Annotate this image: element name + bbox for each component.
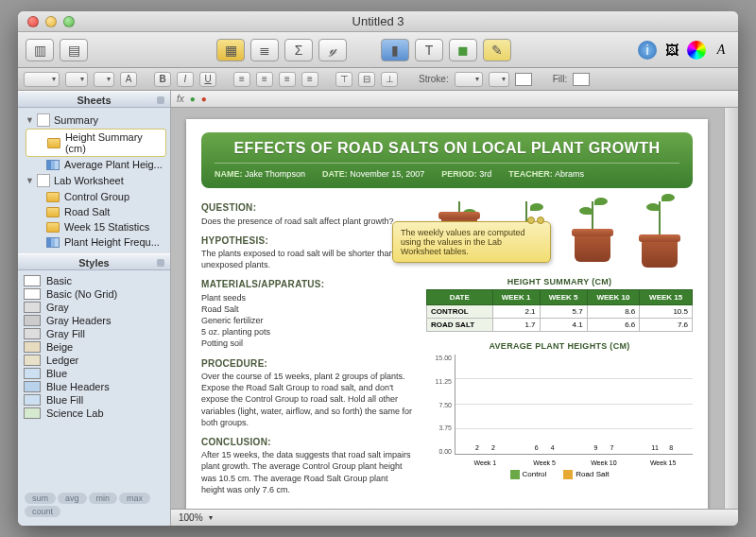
formula-bar[interactable]: fx ● ● — [171, 91, 738, 108]
aggregate-pill[interactable]: min — [89, 493, 118, 504]
zoom-level[interactable]: 100% — [179, 512, 203, 523]
valign-top-button[interactable]: ⊤ — [335, 72, 352, 87]
colors-icon[interactable] — [687, 41, 706, 60]
formula-list-button[interactable]: 𝓎 — [318, 39, 347, 61]
style-item[interactable]: Beige — [24, 340, 164, 354]
sidebar-item[interactable]: Average Plant Heig... — [22, 157, 170, 172]
inspector-icon[interactable]: i — [638, 41, 657, 60]
font-family-select[interactable] — [24, 72, 60, 87]
aggregate-pill[interactable]: avg — [58, 493, 87, 504]
table-icon — [46, 222, 60, 233]
app-window: Untitled 3 ▥ ▤ ▦ ≣ Σ 𝓎 ▮ T ◼ ✎ i 🖼 A A B… — [18, 11, 738, 526]
vertical-scrollbar[interactable] — [724, 108, 738, 509]
table-icon — [47, 138, 60, 148]
chevron-down-icon[interactable]: ▾ — [209, 513, 213, 522]
style-item[interactable]: Science Lab — [24, 407, 164, 420]
style-item[interactable]: Gray — [24, 301, 164, 314]
sheets-pane-header: Sheets — [18, 91, 170, 108]
stroke-style-select[interactable] — [455, 72, 483, 87]
charts-button[interactable]: ▮ — [381, 39, 409, 61]
report-header: EFFECTS OF ROAD SALTS ON LOCAL PLANT GRO… — [201, 132, 693, 188]
style-item[interactable]: Blue Fill — [24, 393, 164, 407]
font-style-select[interactable] — [65, 72, 88, 87]
style-item[interactable]: Gray Headers — [24, 314, 164, 327]
styles-pane-header: Styles — [18, 253, 170, 270]
style-item[interactable]: Gray Fill — [24, 327, 164, 340]
toolbar: ▥ ▤ ▦ ≣ Σ 𝓎 ▮ T ◼ ✎ i 🖼 A — [18, 32, 738, 68]
sidebar-item[interactable]: Plant Height Frequ... — [22, 234, 170, 250]
sidebar-item[interactable]: Road Salt — [22, 204, 170, 219]
stroke-label: Stroke: — [419, 74, 449, 84]
comment-note[interactable]: The weekly values are computed using the… — [392, 221, 551, 263]
style-item[interactable]: Ledger — [24, 354, 164, 367]
titlebar: Untitled 3 — [18, 11, 738, 32]
sidebar-item[interactable]: Height Summary (cm) — [26, 129, 166, 157]
fill-color-swatch[interactable] — [573, 73, 590, 86]
cancel-icon[interactable]: ● — [201, 94, 207, 104]
styles-list: BasicBasic (No Grid)GrayGray HeadersGray… — [18, 270, 170, 488]
style-item[interactable]: Blue — [24, 367, 164, 380]
aggregate-pill[interactable]: count — [25, 506, 60, 517]
accept-icon[interactable]: ● — [190, 94, 196, 104]
sheets-list: ▼SummaryHeight Summary (cm)Average Plant… — [18, 108, 170, 253]
reorganize-button[interactable]: ≣ — [250, 39, 279, 61]
function-button[interactable]: Σ — [284, 39, 313, 61]
canvas[interactable]: EFFECTS OF ROAD SALTS ON LOCAL PLANT GRO… — [171, 108, 738, 509]
aggregates: sumavgminmaxcount — [18, 488, 170, 526]
stroke-color-swatch[interactable] — [515, 73, 532, 86]
chart-icon — [46, 237, 60, 248]
table-icon — [46, 207, 60, 217]
chart[interactable]: AVERAGE PLANT HEIGHTS (CM) 15.0011.257.5… — [426, 341, 693, 479]
view-button[interactable]: ▥ — [26, 39, 54, 61]
sheet-group[interactable]: ▼Lab Worksheet — [22, 172, 170, 189]
align-left-button[interactable]: ≡ — [233, 72, 250, 87]
sidebar-item[interactable]: Control Group — [22, 189, 170, 204]
text-color-button[interactable]: A — [120, 72, 137, 87]
fx-icon: fx — [177, 94, 184, 104]
align-center-button[interactable]: ≡ — [256, 72, 273, 87]
aggregate-pill[interactable]: max — [119, 493, 150, 504]
font-size-select[interactable] — [94, 72, 114, 87]
align-right-button[interactable]: ≡ — [279, 72, 296, 87]
media-icon[interactable]: 🖼 — [662, 41, 681, 60]
window-title: Untitled 3 — [18, 14, 738, 28]
sheet-group[interactable]: ▼Summary — [22, 112, 170, 129]
valign-bottom-button[interactable]: ⊥ — [381, 72, 398, 87]
table-icon — [46, 192, 60, 202]
chart-icon — [46, 160, 60, 170]
format-bar: A B I U ≡ ≡ ≡ ≡ ⊤ ⊟ ⊥ Stroke: Fill: — [18, 68, 738, 91]
stroke-width-select[interactable] — [489, 72, 509, 87]
textbox-button[interactable]: T — [415, 39, 443, 61]
fill-label: Fill: — [553, 74, 568, 84]
style-item[interactable]: Blue Headers — [24, 380, 164, 393]
sidebar-item[interactable]: Week 15 Statistics — [22, 219, 170, 234]
sidebar: Sheets ▼SummaryHeight Summary (cm)Averag… — [18, 91, 171, 526]
report-title: EFFECTS OF ROAD SALTS ON LOCAL PLANT GRO… — [215, 140, 679, 157]
style-item[interactable]: Basic — [24, 274, 164, 287]
comment-button[interactable]: ✎ — [483, 39, 511, 61]
page: EFFECTS OF ROAD SALTS ON LOCAL PLANT GRO… — [186, 119, 708, 509]
align-justify-button[interactable]: ≡ — [301, 72, 318, 87]
height-summary-table[interactable]: HEIGHT SUMMARY (CM)DATEWEEK 1WEEK 5WEEK … — [426, 277, 693, 332]
report-body: QUESTION: Does the presence of road salt… — [201, 201, 413, 495]
aggregate-pill[interactable]: sum — [25, 493, 56, 504]
tables-button[interactable]: ▦ — [216, 39, 245, 61]
valign-middle-button[interactable]: ⊟ — [358, 72, 375, 87]
underline-button[interactable]: U — [199, 72, 216, 87]
italic-button[interactable]: I — [177, 72, 194, 87]
fonts-icon[interactable]: A — [712, 41, 730, 60]
sheet-button[interactable]: ▤ — [60, 39, 88, 61]
status-bar: 100% ▾ — [171, 509, 738, 526]
bold-button[interactable]: B — [154, 72, 171, 87]
style-item[interactable]: Basic (No Grid) — [24, 287, 164, 301]
shapes-button[interactable]: ◼ — [449, 39, 477, 61]
